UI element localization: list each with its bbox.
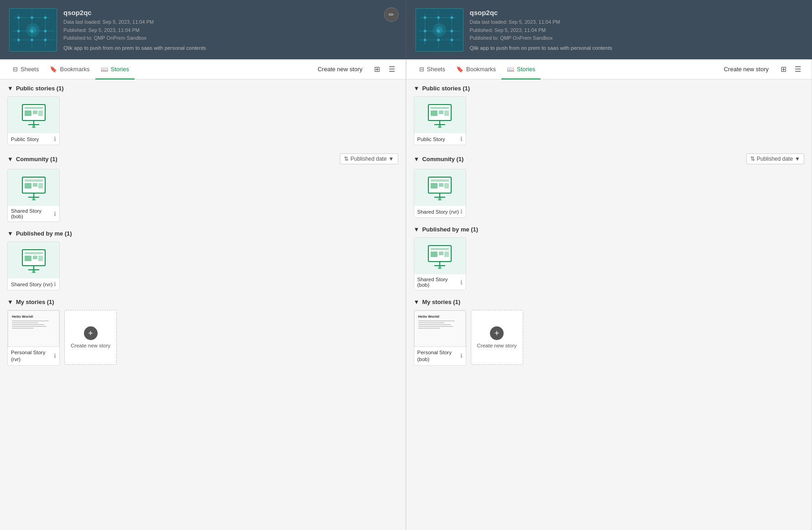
create-new-story-card[interactable]: + Create new story [64, 310, 117, 365]
svg-point-26 [437, 16, 440, 19]
info-icon[interactable]: ℹ [54, 352, 56, 359]
tab-sheets[interactable]: ⊟ Sheets [414, 59, 451, 79]
grid-view-button[interactable]: ⊞ [371, 63, 384, 76]
section-title[interactable]: ▼ Published by me (1) [7, 230, 72, 237]
sort-button[interactable]: ⇅ Published date ▼ [746, 153, 804, 164]
tab-bookmarks[interactable]: 🔖 Bookmarks [451, 59, 501, 79]
main-content: ⊟ Sheets 🔖 Bookmarks 📖 Stories Create ne… [0, 59, 812, 530]
chevron-down-icon: ▼ [414, 85, 420, 92]
section-published-by-me: ▼ Published by me (1) Shared Story (rvr)… [7, 230, 398, 290]
svg-point-33 [450, 38, 453, 41]
chevron-down-icon: ▼ [7, 85, 13, 92]
story-card[interactable]: Shared Story (bob) ℹ [414, 237, 466, 290]
story-card[interactable]: Shared Story (rvr) ℹ [414, 169, 466, 218]
panel-right: ⊟ Sheets 🔖 Bookmarks 📖 Stories Create ne… [406, 59, 812, 530]
sheets-icon: ⊟ [13, 66, 18, 73]
section-header: ▼ Public stories (1) [414, 85, 805, 92]
section-title[interactable]: ▼ Community (1) [414, 156, 464, 163]
section-published-by-me: ▼ Published by me (1) Shared Story (bob)… [414, 226, 805, 290]
section-title[interactable]: ▼ My stories (1) [7, 299, 54, 305]
info-icon[interactable]: ℹ [460, 352, 463, 359]
section-title[interactable]: ▼ Public stories (1) [414, 85, 470, 92]
personal-story-card[interactable]: Hello World! Personal Story (bob) ℹ [414, 310, 466, 366]
svg-rect-71 [439, 183, 443, 187]
stories-icon: 📖 [507, 66, 514, 73]
sheets-icon: ⊟ [419, 66, 424, 73]
svg-point-10 [17, 30, 20, 32]
cards-grid: Public Story ℹ [7, 96, 398, 145]
section-title[interactable]: ▼ My stories (1) [414, 299, 461, 305]
info-icon[interactable]: ℹ [460, 136, 463, 142]
story-card[interactable]: Public Story ℹ [414, 96, 466, 145]
personal-story-card[interactable]: Hello World! Personal Story (rvr) ℹ [7, 310, 60, 366]
chevron-down-icon: ▼ [7, 230, 13, 237]
sort-label: Published date [757, 156, 793, 162]
section-title[interactable]: ▼ Public stories (1) [7, 85, 64, 92]
info-icon[interactable]: ℹ [460, 279, 463, 286]
edit-button[interactable]: ✏ [384, 7, 399, 22]
svg-point-17 [29, 26, 36, 34]
section-title-text: Published by me (1) [16, 230, 72, 237]
svg-point-7 [17, 16, 20, 19]
app-description: Qlik app to push from on prem to saas wi… [63, 45, 206, 51]
svg-rect-64 [444, 110, 449, 116]
svg-point-14 [31, 38, 33, 41]
cards-grid: Shared Story (rvr) ℹ [7, 241, 398, 290]
story-card[interactable]: Public Story ℹ [7, 96, 60, 145]
cards-grid: Shared Story (bob) ℹ [7, 169, 398, 222]
list-view-button[interactable]: ☰ [791, 63, 804, 76]
section-header: ▼ Public stories (1) [7, 85, 398, 92]
svg-rect-46 [25, 183, 31, 189]
section-title[interactable]: ▼ Community (1) [7, 156, 57, 163]
svg-point-27 [450, 16, 453, 19]
view-toggle: ⊞ ☰ [777, 63, 804, 76]
cards-grid: Hello World! Personal Story (rvr) ℹ + Cr… [7, 310, 398, 366]
chevron-down-icon: ▼ [795, 156, 800, 162]
chevron-down-icon: ▼ [7, 156, 13, 163]
app-meta: Data last loaded: Sep 5, 2023, 11:04 PM … [470, 18, 613, 42]
info-icon[interactable]: ℹ [460, 208, 463, 215]
section-header: ▼ Community (1) ⇅ Published date ▼ [414, 153, 805, 164]
create-new-story-button[interactable]: Create new story [719, 63, 773, 75]
section-controls: ⇅ Published date ▼ [746, 153, 804, 164]
tab-label: Stories [517, 66, 535, 73]
tab-bookmarks[interactable]: 🔖 Bookmarks [44, 59, 95, 79]
svg-rect-53 [25, 252, 43, 254]
sort-button[interactable]: ⇅ Published date ▼ [340, 153, 398, 164]
grid-view-button[interactable]: ⊞ [777, 63, 790, 76]
story-card[interactable]: Shared Story (bob) ℹ [7, 169, 60, 222]
svg-point-30 [450, 30, 453, 32]
card-label: Personal Story (rvr) [11, 349, 54, 363]
info-icon[interactable]: ℹ [54, 210, 56, 217]
tab-label: Stories [111, 66, 129, 73]
section-title-text: My stories (1) [16, 299, 54, 305]
svg-point-28 [423, 30, 426, 32]
card-label: Shared Story (rvr) [11, 282, 52, 287]
section-header: ▼ Community (1) ⇅ Published date ▼ [7, 153, 398, 164]
story-card[interactable]: Shared Story (rvr) ℹ [7, 241, 60, 290]
svg-point-12 [44, 30, 47, 32]
tab-stories[interactable]: 📖 Stories [501, 59, 541, 79]
section-public-stories: ▼ Public stories (1) Public Story ℹ [7, 85, 398, 145]
create-new-story-card[interactable]: + Create new story [471, 310, 523, 365]
info-icon[interactable]: ℹ [54, 281, 56, 288]
tab-stories[interactable]: 📖 Stories [95, 59, 135, 79]
card-label: Shared Story (bob) [11, 208, 54, 219]
app-meta: Data last loaded: Sep 5, 2023, 11:04 PM … [63, 18, 206, 42]
info-icon[interactable]: ℹ [54, 136, 56, 142]
svg-rect-55 [33, 256, 37, 259]
app-thumbnail [9, 8, 57, 52]
cards-grid: Shared Story (bob) ℹ [414, 237, 805, 290]
section-title-text: Community (1) [16, 156, 57, 163]
list-view-button[interactable]: ☰ [385, 63, 398, 76]
create-new-story-button[interactable]: Create new story [313, 63, 367, 75]
section-header: ▼ My stories (1) [7, 299, 398, 305]
svg-point-15 [44, 38, 47, 41]
stories-icon: 📖 [101, 66, 108, 73]
svg-rect-61 [431, 107, 449, 109]
chevron-down-icon: ▼ [389, 156, 394, 162]
header-info: qsop2qc Data last loaded: Sep 5, 2023, 1… [63, 9, 206, 51]
sort-icon: ⇅ [344, 156, 349, 162]
tab-sheets[interactable]: ⊟ Sheets [7, 59, 44, 79]
section-title[interactable]: ▼ Published by me (1) [414, 226, 479, 233]
